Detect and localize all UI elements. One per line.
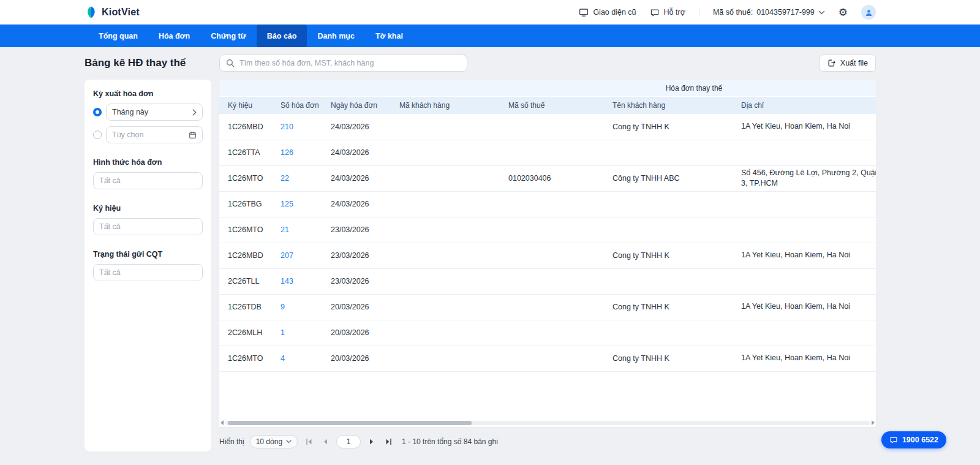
radio-custom-period[interactable] — [93, 130, 102, 139]
table-row: 1C26MTO420/03/2026Cong ty TNHH K1A Yet K… — [219, 346, 876, 371]
nav-tab-tong-quan[interactable]: Tổng quan — [88, 25, 148, 47]
page-title: Bảng kê HĐ thay thế — [85, 57, 211, 69]
cell-ma-so-thue: 0102030406 — [508, 165, 612, 191]
chevron-down-icon — [286, 440, 292, 444]
page-size-label: Hiển thị — [219, 437, 244, 446]
cell-ngay-hoa-don: 23/03/2026 — [331, 268, 399, 294]
table-row: 1C26TBG12524/03/2026 — [219, 191, 876, 217]
cell-ngay-hoa-don: 24/03/2026 — [331, 140, 399, 165]
invoice-number-link[interactable]: 126 — [281, 148, 293, 157]
cell-so-hoa-don[interactable]: 210 — [281, 114, 331, 140]
invoice-number-link[interactable]: 22 — [281, 174, 289, 183]
invoice-number-link[interactable]: 125 — [281, 200, 293, 208]
table-row: 2C26MLH120/03/2026 — [219, 320, 876, 346]
cell-so-hoa-don[interactable]: 9 — [281, 294, 331, 320]
invoice-number-link[interactable]: 4 — [281, 354, 285, 363]
period-custom-picker[interactable]: Tùy chọn — [106, 126, 203, 143]
invoice-number-link[interactable]: 9 — [281, 303, 285, 311]
table-row: 1C26TTA12624/03/2026 — [219, 140, 876, 165]
invoice-number-link[interactable]: 21 — [281, 225, 289, 234]
main-nav: Tổng quan Hóa đơn Chứng từ Báo cáo Danh … — [0, 25, 980, 47]
next-page-button[interactable] — [366, 436, 377, 447]
table-row: 1C26TDB920/03/2026Cong ty TNHH K1A Yet K… — [219, 294, 876, 320]
nav-tab-hoa-don[interactable]: Hóa đơn — [148, 25, 200, 47]
table-row: 1C26MTO2224/03/20260102030406Công ty TNH… — [219, 165, 876, 191]
cell-ma-so-thue — [508, 243, 612, 268]
cell-so-hoa-don[interactable]: 21 — [281, 217, 331, 243]
cell-so-hoa-don[interactable]: 126 — [281, 140, 331, 165]
invoice-number-link[interactable]: 1 — [281, 328, 285, 337]
cell-so-hoa-don[interactable]: 1 — [281, 320, 331, 346]
horizontal-scrollbar — [221, 420, 875, 425]
nav-tab-chung-tu[interactable]: Chứng từ — [200, 25, 257, 47]
invoice-form-input[interactable] — [93, 172, 203, 189]
cell-dia-chi: 1A Yet Kieu, Hoan Kiem, Ha Noi — [741, 243, 876, 268]
settings-gear-icon[interactable]: ⚙ — [839, 7, 848, 18]
nav-tab-to-khai[interactable]: Tờ khai — [365, 25, 413, 47]
support-link[interactable]: Hỗ trợ — [650, 8, 685, 17]
support-label: Hỗ trợ — [664, 8, 685, 17]
cell-ten-khach-hang: Cong ty TNHH K — [612, 243, 741, 268]
scrollbar-thumb[interactable] — [228, 421, 472, 425]
cell-ten-khach-hang — [612, 217, 741, 243]
cell-so-hoa-don[interactable]: 207 — [281, 243, 331, 268]
period-filter-label: Kỳ xuất hóa đơn — [93, 89, 203, 98]
chevron-down-icon — [818, 10, 825, 15]
cell-ten-khach-hang: Cong ty TNHH K — [612, 346, 741, 371]
cell-ma-khach-hang — [399, 268, 508, 294]
symbol-filter-input[interactable] — [93, 218, 203, 235]
export-label: Xuất file — [840, 59, 868, 67]
table-header-row: Ký hiệuSố hóa đơnNgày hóa đơnMã khách hà… — [219, 97, 876, 114]
cell-ky-hieu: 1C26MBD — [219, 243, 281, 268]
cell-dia-chi — [741, 217, 876, 243]
symbol-filter-label: Ký hiệu — [93, 204, 203, 213]
first-page-button[interactable] — [303, 436, 314, 447]
user-avatar[interactable] — [861, 5, 876, 20]
cell-ten-khach-hang — [612, 191, 741, 217]
search-input[interactable] — [239, 59, 461, 67]
cell-ma-khach-hang — [399, 217, 508, 243]
current-page-input[interactable] — [336, 435, 361, 448]
old-interface-link[interactable]: Giao diện cũ — [579, 8, 636, 17]
cell-dia-chi: Số 456, Đường Lê Lợi, Phường 2, Quận 3, … — [741, 165, 876, 191]
calendar-icon — [189, 131, 197, 139]
table-row: 2C26TLL14323/03/2026 — [219, 268, 876, 294]
scrollbar-track[interactable] — [225, 421, 870, 425]
period-this-month-select[interactable]: Tháng này — [106, 104, 203, 121]
search-icon — [226, 59, 235, 67]
cell-so-hoa-don[interactable]: 22 — [281, 165, 331, 191]
cell-ngay-hoa-don: 20/03/2026 — [331, 294, 399, 320]
top-bar: KiotViet Giao diện cũ — [0, 0, 980, 25]
cell-so-hoa-don[interactable]: 125 — [281, 191, 331, 217]
previous-page-button[interactable] — [320, 436, 331, 447]
cell-ma-khach-hang — [399, 294, 508, 320]
kiotviet-logo[interactable]: KiotViet — [85, 6, 140, 19]
column-header: Địa chỉ — [741, 97, 876, 114]
invoice-number-link[interactable]: 143 — [281, 277, 293, 285]
cell-ngay-hoa-don: 20/03/2026 — [331, 346, 399, 371]
hotline-button[interactable]: 1900 6522 — [881, 431, 946, 448]
cell-ten-khach-hang — [612, 268, 741, 294]
invoice-number-link[interactable]: 210 — [281, 123, 293, 131]
radio-this-month[interactable] — [93, 108, 102, 116]
search-box — [219, 55, 467, 72]
filter-sidebar: Kỳ xuất hóa đơn Tháng này — [85, 80, 211, 452]
cell-so-hoa-don[interactable]: 4 — [281, 346, 331, 371]
tax-id-label: Mã số thuế: — [713, 8, 753, 17]
nav-tab-danh-muc[interactable]: Danh mục — [307, 25, 364, 47]
invoice-number-link[interactable]: 207 — [281, 251, 293, 260]
cell-ngay-hoa-don: 24/03/2026 — [331, 191, 399, 217]
tax-id-selector[interactable]: Mã số thuế: 0104359717-999 — [713, 8, 825, 17]
page-size-select[interactable]: 10 dòng — [250, 435, 298, 448]
cell-ma-so-thue — [508, 217, 612, 243]
scroll-right-arrow-icon[interactable] — [872, 420, 875, 425]
cqt-status-input[interactable] — [93, 264, 203, 281]
scroll-left-arrow-icon[interactable] — [221, 420, 224, 425]
cell-dia-chi: 1A Yet Kieu, Hoan Kiem, Ha Noi — [741, 114, 876, 140]
cell-so-hoa-don[interactable]: 143 — [281, 268, 331, 294]
nav-tab-bao-cao[interactable]: Báo cáo — [257, 25, 307, 47]
table-row: 1C26MBD20723/03/2026Cong ty TNHH K1A Yet… — [219, 243, 876, 268]
last-page-button[interactable] — [383, 436, 394, 447]
pagination-bar: Hiển thị 10 dòng — [219, 434, 876, 449]
export-file-button[interactable]: Xuất file — [820, 55, 876, 72]
